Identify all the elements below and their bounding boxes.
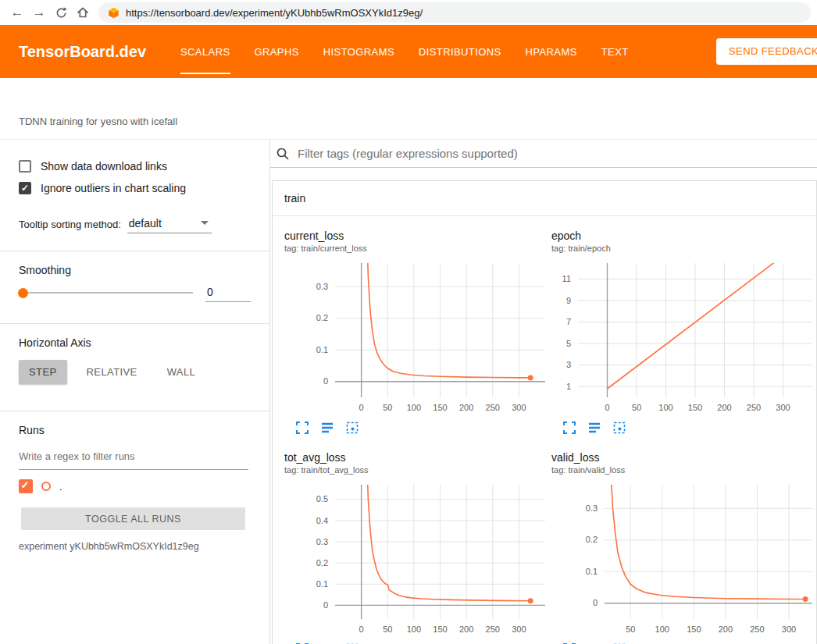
run-name: . — [59, 481, 62, 493]
scalars-main: train current_loss tag: train/current_lo… — [270, 140, 817, 644]
tensorboard-favicon — [108, 7, 120, 19]
show-download-links-label: Show data download links — [41, 160, 167, 173]
svg-text:50: 50 — [383, 624, 392, 634]
tag-section-header[interactable]: train — [273, 181, 816, 216]
chart-title: tot_avg_loss — [284, 450, 547, 464]
chart-title: current_loss — [284, 229, 547, 243]
data-series-icon[interactable] — [587, 421, 601, 435]
reload-icon — [55, 6, 68, 20]
tab-scalars[interactable]: SCALARS — [180, 25, 230, 78]
svg-text:300: 300 — [512, 624, 526, 634]
chart-card: epoch tag: train/epoch 13579110501001502… — [551, 229, 814, 435]
fit-domain-icon[interactable] — [345, 421, 359, 435]
chart-tag: tag: train/valid_loss — [551, 464, 814, 475]
send-feedback-button[interactable]: SEND FEEDBACK — [716, 38, 817, 65]
tag-section-card: train current_loss tag: train/current_lo… — [272, 180, 817, 644]
svg-text:300: 300 — [782, 624, 796, 634]
chart-title: valid_loss — [551, 450, 814, 464]
svg-text:5: 5 — [566, 339, 571, 348]
svg-text:0.3: 0.3 — [316, 537, 328, 546]
chart-toolbar — [551, 421, 814, 435]
line-chart[interactable]: 00.10.20.30.40.5050100150200250300 — [284, 479, 547, 639]
chart-toolbar — [284, 421, 547, 435]
line-chart[interactable]: 1357911050100150200250300 — [551, 257, 814, 418]
ignore-outliers-label: Ignore outliers in chart scaling — [41, 182, 186, 194]
tab-graphs[interactable]: GRAPHS — [255, 25, 299, 78]
axis-step-button[interactable]: STEP — [19, 360, 67, 384]
svg-text:50: 50 — [383, 403, 392, 412]
axis-wall-button[interactable]: WALL — [157, 360, 206, 384]
nav-tabs: SCALARS GRAPHS HISTOGRAMS DISTRIBUTIONS … — [180, 25, 629, 78]
app-logo[interactable]: TensorBoard.dev — [19, 43, 146, 61]
run-color-swatch — [41, 482, 51, 491]
svg-text:0: 0 — [359, 403, 364, 412]
svg-text:1: 1 — [566, 382, 571, 391]
svg-text:50: 50 — [632, 403, 641, 412]
svg-text:100: 100 — [407, 624, 421, 634]
svg-text:100: 100 — [658, 403, 673, 412]
run-checkbox[interactable] — [19, 479, 33, 493]
smoothing-slider-knob[interactable] — [18, 288, 28, 298]
ignore-outliers-checkbox[interactable] — [19, 182, 31, 194]
smoothing-value-input[interactable]: 0 — [205, 284, 251, 302]
chart-tag: tag: train/current_loss — [284, 243, 547, 254]
chart-tag: tag: train/epoch — [551, 243, 814, 254]
chart-tag: tag: train/tot_avg_loss — [284, 464, 547, 475]
chart-card: tot_avg_loss tag: train/tot_avg_loss 00.… — [284, 450, 547, 644]
expand-icon[interactable] — [562, 421, 576, 435]
tab-text[interactable]: TEXT — [601, 25, 629, 78]
svg-text:0: 0 — [359, 624, 364, 634]
tooltip-sorting-label: Tooltip sorting method: — [19, 219, 121, 230]
browser-toolbar: ← → https://tensorboard.dev/experiment/y… — [0, 0, 817, 25]
svg-text:0.3: 0.3 — [316, 282, 328, 291]
ignore-outliers-row: Ignore outliers in chart scaling — [0, 177, 269, 199]
tooltip-sorting-row: Tooltip sorting method: default — [0, 213, 269, 235]
tab-histograms[interactable]: HISTOGRAMS — [323, 25, 394, 78]
smoothing-slider-row: 0 — [0, 278, 269, 308]
runs-filter-input[interactable] — [19, 446, 248, 470]
url-text: https://tensorboard.dev/experiment/yKUbh… — [126, 7, 423, 19]
run-row[interactable]: . — [0, 470, 269, 501]
svg-text:0.2: 0.2 — [316, 313, 328, 322]
data-series-icon[interactable] — [320, 421, 334, 435]
tab-hparams[interactable]: HPARAMS — [526, 25, 577, 78]
filter-tags-input[interactable] — [298, 147, 817, 160]
line-chart[interactable]: 00.10.20.3050100150200250300 — [284, 257, 547, 418]
smoothing-label: Smoothing — [0, 251, 269, 278]
reload-button[interactable] — [50, 2, 72, 23]
svg-text:0.3: 0.3 — [586, 503, 598, 513]
horizontal-axis-label: Horizontal Axis — [0, 324, 269, 350]
svg-text:150: 150 — [433, 624, 447, 634]
axis-relative-button[interactable]: RELATIVE — [77, 360, 148, 384]
url-bar[interactable]: https://tensorboard.dev/experiment/yKUbh… — [98, 2, 811, 23]
charts-grid: current_loss tag: train/current_loss 00.… — [273, 216, 816, 644]
svg-text:7: 7 — [566, 317, 571, 326]
svg-text:200: 200 — [459, 403, 473, 412]
svg-text:11: 11 — [562, 274, 571, 283]
svg-text:0: 0 — [323, 376, 328, 386]
home-button[interactable] — [72, 2, 94, 23]
forward-button[interactable]: → — [28, 2, 50, 23]
chevron-down-icon — [201, 221, 209, 225]
show-download-links-checkbox[interactable] — [19, 160, 31, 173]
back-button[interactable]: ← — [6, 2, 28, 23]
chart-card: valid_loss tag: train/valid_loss 00.10.2… — [551, 450, 814, 644]
expand-icon[interactable] — [295, 421, 309, 435]
line-chart[interactable]: 00.10.20.350100150200250300 — [551, 479, 814, 639]
fit-domain-icon[interactable] — [612, 421, 626, 435]
tooltip-sorting-dropdown[interactable]: default — [127, 215, 212, 233]
svg-text:0.1: 0.1 — [316, 345, 328, 354]
svg-text:0: 0 — [593, 598, 598, 607]
filter-tags-row — [270, 140, 817, 168]
app-header: TensorBoard.dev SCALARS GRAPHS HISTOGRAM… — [0, 25, 817, 78]
toggle-all-runs-button[interactable]: TOGGLE ALL RUNS — [21, 507, 245, 530]
tab-distributions[interactable]: DISTRIBUTIONS — [419, 25, 501, 78]
settings-sidebar: Show data download links Ignore outliers… — [0, 140, 270, 644]
show-download-links-row: Show data download links — [0, 155, 269, 177]
home-icon — [76, 5, 90, 20]
svg-text:0: 0 — [605, 403, 609, 412]
runs-label: Runs — [0, 411, 269, 438]
horizontal-axis-buttons: STEP RELATIVE WALL — [0, 350, 269, 395]
smoothing-slider[interactable] — [19, 292, 193, 294]
svg-text:0.4: 0.4 — [316, 516, 328, 525]
